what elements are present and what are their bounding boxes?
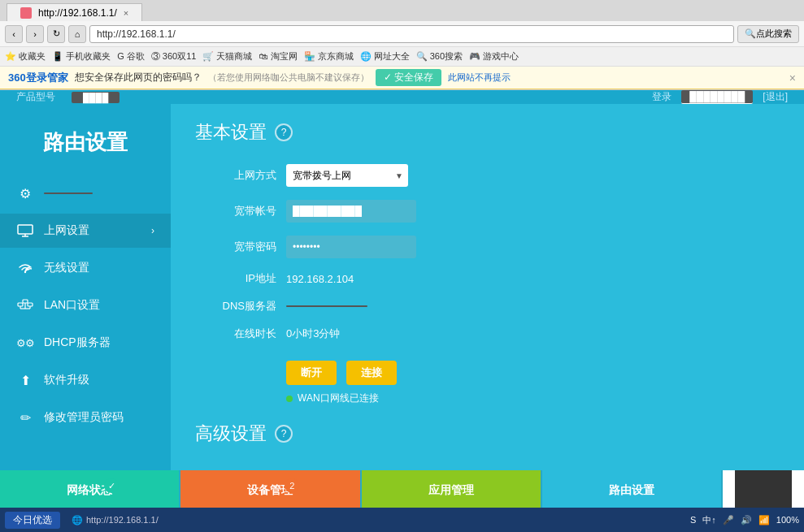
sidebar: 路由设置 ⚙ 上网设置 ›	[0, 104, 171, 470]
bookmark-nav[interactable]: 🌐 网址大全	[360, 50, 410, 63]
tab-close-btn[interactable]: ×	[124, 8, 128, 18]
sidebar-item-internet[interactable]: 上网设置 ›	[0, 214, 171, 248]
forward-button[interactable]: ›	[26, 25, 44, 43]
dns-value	[286, 305, 367, 307]
router-header: 产品型号 ████ 登录 ████████ [退出]	[0, 90, 804, 104]
edit-icon: ✏	[16, 409, 34, 426]
taskbar-network-icon: 📶	[758, 515, 770, 526]
form-control-password	[286, 236, 416, 258]
sidebar-item-label-6: 修改管理员密码	[44, 410, 124, 425]
monitor-icon	[16, 222, 34, 240]
security-no-show-link[interactable]: 此网站不再提示	[448, 71, 511, 84]
security-close-btn[interactable]: ×	[789, 71, 796, 84]
security-bar: 360登录管家 想安全保存此网页的密码吗？ （若您使用网络咖公共电脑不建议保存）…	[0, 67, 804, 89]
device-badge: 2	[285, 478, 299, 493]
upgrade-icon: ⬆	[16, 371, 34, 389]
form-control-ip: 192.168.2.104	[286, 273, 354, 285]
sidebar-item-password[interactable]: ✏ 修改管理员密码	[0, 400, 171, 435]
home-button[interactable]: ⌂	[68, 25, 86, 43]
browser-icon: 🌐	[72, 515, 83, 526]
connect-button[interactable]: 连接	[346, 361, 397, 385]
uptime-value: 0小时3分钟	[286, 327, 340, 341]
router-ui: 产品型号 ████ 登录 ████████ [退出] 路由设置 ⚙	[0, 90, 804, 532]
active-tab[interactable]: http://192.168.1.1/ ×	[7, 3, 142, 21]
address-text: http://192.168.1.1/	[97, 28, 176, 40]
form-row-uptime: 在线时长 0小时3分钟	[195, 327, 780, 341]
header-link-login[interactable]: 登录	[652, 90, 671, 104]
form-control-account	[286, 200, 416, 223]
bookmark-game[interactable]: 🎮 游戏中心	[469, 50, 519, 63]
form-row-dns: DNS服务器	[195, 299, 780, 314]
dock-label-router-settings: 路由设置	[609, 483, 654, 498]
sidebar-item-label-1: 上网设置	[44, 223, 89, 238]
advanced-title: 高级设置 ?	[195, 422, 780, 446]
browser-chrome: http://192.168.1.1/ × ‹ › ↻ ⌂ http://192…	[0, 0, 804, 90]
refresh-button[interactable]: ↻	[47, 25, 65, 43]
bookmark-google[interactable]: G 谷歌	[117, 50, 145, 63]
sidebar-item-label-0	[44, 192, 93, 194]
svg-point-3	[24, 271, 26, 273]
bookmark-360search[interactable]: 🔍 360搜索	[416, 50, 463, 63]
advanced-help-icon[interactable]: ?	[275, 425, 293, 443]
bookmark-mobile[interactable]: 📱 手机收藏夹	[52, 50, 111, 63]
header-link-active[interactable]: ████████	[681, 90, 753, 104]
form-label-internet-type: 上网方式	[195, 168, 276, 183]
content-area: 基本设置 ? 上网方式 宽带拨号上网 动态IP 静态IP ▼	[171, 104, 804, 470]
taskbar-mic-icon: 🎤	[723, 515, 734, 526]
content-title-text: 基本设置	[195, 120, 267, 145]
help-icon[interactable]: ?	[275, 123, 293, 141]
form-actions: 断开 连接	[286, 361, 780, 385]
password-input[interactable]	[286, 236, 416, 258]
tab-favicon	[20, 7, 32, 19]
security-save-button[interactable]: ✓ 安全保存	[376, 69, 441, 86]
bookmark-360[interactable]: ③ 360双11	[151, 50, 197, 63]
form-control-dns	[286, 305, 367, 307]
security-logo: 360登录管家	[8, 71, 68, 85]
taskbar-search-icon: S	[690, 515, 696, 525]
sidebar-item-label-3: LAN口设置	[44, 298, 100, 313]
bookmarks-bar: ⭐ 收藏夹 📱 手机收藏夹 G 谷歌 ③ 360双11 🛒 天猫商城 🛍 淘宝网…	[0, 47, 804, 67]
taskbar-clock: 100%	[776, 515, 799, 525]
dhcp-icon: ⚙⚙	[16, 334, 34, 352]
sidebar-item-upgrade[interactable]: ⬆ 软件升级	[0, 363, 171, 397]
router-main: 路由设置 ⚙ 上网设置 ›	[0, 104, 804, 470]
reconnect-button[interactable]: 断开	[286, 361, 337, 385]
sidebar-item-settings[interactable]: ⚙	[0, 176, 171, 210]
sidebar-title: 路由设置	[0, 120, 171, 173]
form-label-dns: DNS服务器	[195, 299, 276, 314]
form-control-uptime: 0小时3分钟	[286, 327, 340, 341]
toolbar-actions: 🔍点此搜索	[737, 25, 799, 43]
bookmark-shoucang[interactable]: ⭐ 收藏夹	[5, 50, 46, 63]
sidebar-item-dhcp[interactable]: ⚙⚙ DHCP服务器	[0, 326, 171, 360]
wan-status-dot	[286, 396, 293, 402]
wan-status-text: WAN口网线已连接	[298, 391, 379, 405]
security-question: 想安全保存此网页的密码吗？	[75, 71, 202, 84]
lan-icon	[16, 296, 34, 314]
form-label-ip: IP地址	[195, 271, 276, 286]
sidebar-item-lan[interactable]: LAN口设置	[0, 288, 171, 322]
header-link-logout[interactable]: [退出]	[763, 90, 788, 104]
internet-type-select[interactable]: 宽带拨号上网 动态IP 静态IP	[286, 164, 408, 187]
address-bar[interactable]: http://192.168.1.1/	[89, 25, 734, 43]
back-button[interactable]: ‹	[5, 25, 23, 43]
tab-title: http://192.168.1.1/	[38, 7, 117, 19]
sidebar-item-wireless[interactable]: 无线设置	[0, 251, 171, 285]
form-row-internet-type: 上网方式 宽带拨号上网 动态IP 静态IP ▼	[195, 164, 780, 187]
taskbar-start-button[interactable]: 今日优选	[5, 512, 60, 529]
form-label-uptime: 在线时长	[195, 327, 276, 341]
bookmark-tmall[interactable]: 🛒 天猫商城	[202, 50, 252, 63]
svg-rect-4	[18, 303, 23, 306]
arrow-icon-internet: ›	[151, 225, 154, 236]
bookmark-jd[interactable]: 🏪 京东商城	[304, 50, 354, 63]
dock-label-apps: 应用管理	[428, 483, 474, 498]
sidebar-item-label-2: 无线设置	[44, 261, 89, 275]
content-title: 基本设置 ?	[195, 120, 780, 145]
ip-value: 192.168.2.104	[286, 273, 354, 285]
search-btn[interactable]: 🔍点此搜索	[737, 25, 799, 43]
taskbar-item-browser[interactable]: 🌐 http://192.168.1.1/	[65, 513, 165, 527]
svg-rect-5	[28, 303, 33, 306]
internet-type-select-wrapper: 宽带拨号上网 动态IP 静态IP ▼	[286, 164, 408, 187]
bookmark-taobao[interactable]: 🛍 淘宝网	[259, 50, 297, 63]
account-input[interactable]	[286, 200, 416, 223]
sidebar-item-label-4: DHCP服务器	[44, 335, 111, 350]
